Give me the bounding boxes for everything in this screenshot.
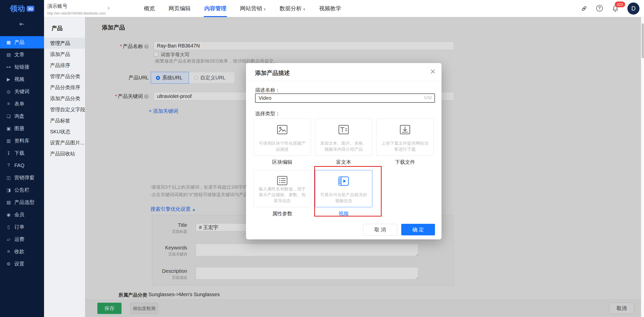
help-icon[interactable]: ? [596,5,603,12]
articles-icon: ▤ [6,52,12,58]
type-cell-video: 可展示与当前产品相关的视频信息 视频 [315,170,372,217]
block-editor-label: 区块编辑 [254,159,311,166]
modal-cancel-button[interactable]: 取 消 [363,224,397,235]
bell-icon[interactable]: 422 [612,5,619,12]
notification-badge: 422 [615,2,625,7]
richtext-icon [338,124,350,135]
sidebar-item-forms[interactable]: ≡表单 [0,98,44,110]
download-file-card[interactable]: 上传下载文件提供网站访客进行下载 [376,119,434,156]
sidebar-item-albums[interactable]: ▣图册 [0,122,44,135]
block-editor-card[interactable]: 可使用区块个性化搭建产品描述 [254,119,311,156]
submenu-item-category-sort[interactable]: 产品分类排序 [44,82,85,93]
sidebar-item-keywords[interactable]: ◎关键词 [0,85,44,98]
announcement-icon: ◨ [6,187,12,193]
sidebar-item-faq[interactable]: ?FAQ [0,159,44,172]
attributes-icon [276,175,288,186]
submenu-item-sku-status[interactable]: SKU状态 [44,126,85,137]
description-name-input[interactable] [255,93,435,103]
modal-confirm-button[interactable]: 确 定 [401,224,435,235]
richtext-card[interactable]: 添加文本、图片、表格、视频等内容介绍产品 [315,119,372,156]
sidebar-list: ▦产品 ▤文章 ⊶短链接 ▶视频 ◎关键词 ≡表单 ❏询盘 ▣图册 ▥资料库 ↧… [0,36,44,270]
link-icon[interactable] [581,5,588,12]
products-icon: ▦ [6,40,12,45]
member-icon: ◉ [6,212,12,218]
description-name-field: 5/50 [255,93,435,103]
submenu-item-manage-categories[interactable]: 管理产品分类 [44,71,85,82]
submenu-item-product-images[interactable]: 设置产品图片... [44,137,85,148]
video-card[interactable]: 可展示与当前产品相关的视频信息 [315,170,372,207]
nav-page-editor[interactable]: 网页编辑 [162,0,197,17]
submenu-item-recycle-bin[interactable]: 产品回收站 [44,148,85,159]
submenu-item-manage-products[interactable]: 管理产品 [44,38,85,49]
type-cell-download-file: 上传下载文件提供网站访客进行下载 下载文件 [376,119,434,166]
nav-content-management[interactable]: 内容管理 [197,0,233,17]
sidebar-item-products[interactable]: ▦产品 [0,36,44,48]
scrollbar[interactable] [641,17,644,317]
sidebar-item-downloads[interactable]: ↧下载 [0,147,44,159]
submenu-item-add-category[interactable]: 添加产品分类 [44,93,85,104]
gear-icon: ⚙ [6,261,12,267]
sidebar-item-announcement[interactable]: ◨公告栏 [0,184,44,196]
video-icon: ▶ [6,77,12,82]
short-link-icon: ⊶ [6,64,12,70]
submenu-item-custom-fields[interactable]: 管理自定义字段 [44,104,85,115]
app-logo: 领动 3D [0,0,44,17]
faq-icon: ? [6,163,12,168]
logo-3d-badge: 3D [27,6,34,12]
download-icon: ↧ [6,150,12,156]
download-file-label: 下载文件 [376,159,434,166]
chevron-down-icon: ∨ [263,7,266,11]
sidebar: ⇤ ▦产品 ▤文章 ⊶短链接 ▶视频 ◎关键词 ≡表单 ❏询盘 ▣图册 ▥资料库… [0,17,44,317]
library-icon: ▥ [6,138,12,144]
video-type-icon [338,175,350,187]
modal-divider [246,81,441,81]
select-type-label: 选择类型： [255,110,280,117]
logo-text: 领动 [10,4,25,14]
block-editor-icon [276,124,288,135]
sidebar-item-videos[interactable]: ▶视频 [0,73,44,85]
submenu-item-product-tags[interactable]: 产品标签 [44,115,85,126]
nav-video-tutorial[interactable]: 视频教学 [312,0,348,17]
album-icon: ▣ [6,126,12,131]
sidebar-item-members[interactable]: ◉会员 [0,208,44,221]
nav-data-analysis[interactable]: 数据分析∨ [273,0,312,17]
submenu-item-product-sort[interactable]: 产品排序 [44,60,85,71]
sidebar-item-inquiries[interactable]: ❏询盘 [0,110,44,122]
popup-icon: ◫ [6,175,12,181]
attributes-card[interactable]: 输入属性名和数值，用于展示产品规格、参数、包装等信息 [254,170,311,207]
submenu-item-add-product[interactable]: 添加产品 [44,49,85,60]
inquiry-icon: ❏ [6,114,12,119]
type-cell-block-editor: 可使用区块个性化搭建产品描述 区块编辑 [254,119,311,166]
submenu-title: 产品 [44,17,85,38]
sidebar-item-settings[interactable]: ⚙设置 [0,258,44,270]
attributes-label: 属性参数 [254,210,311,217]
sidebar-item-marketing-popup[interactable]: ◫营销弹窗 [0,172,44,184]
sidebar-item-product-selection[interactable]: ▧产品选型 [0,196,44,208]
char-counter: 5/50 [424,96,432,100]
product-selection-icon: ▧ [6,200,12,205]
scrollbar-thumb[interactable] [642,23,644,58]
topbar-actions: ? 422 D [581,0,639,17]
keywords-icon: ◎ [6,89,12,94]
collapse-sidebar-icon[interactable]: ⇤ [0,17,44,31]
sidebar-item-payment[interactable]: ¤收款 [0,245,44,258]
sidebar-item-short-links[interactable]: ⊶短链接 [0,61,44,73]
sidebar-item-shipping[interactable]: ▱运费 [0,233,44,245]
nav-overview[interactable]: 概览 [137,0,162,17]
avatar[interactable]: D [627,3,639,15]
sidebar-item-library[interactable]: ▥资料库 [0,135,44,147]
video-type-label: 视频 [315,210,372,217]
payment-icon: ¤ [6,249,12,254]
richtext-label: 富文本 [315,159,372,166]
account-switcher[interactable]: 演示账号 http://en-site39784589.ldwebsite.co… [45,0,109,17]
account-url: http://en-site39784589.ldwebsite.com [47,11,109,15]
product-submenu: 产品 管理产品 添加产品 产品排序 管理产品分类 产品分类排序 添加产品分类 管… [44,17,85,317]
order-icon: ▯ [6,224,12,230]
sidebar-item-orders[interactable]: ▯订单 [0,221,44,233]
main-nav: 概览 网页编辑 内容管理 网站营销∨ 数据分析∨ 视频教学 [137,0,348,17]
type-cell-richtext: 添加文本、图片、表格、视频等内容介绍产品 富文本 [315,119,372,166]
nav-site-marketing[interactable]: 网站营销∨ [233,0,273,17]
sidebar-item-articles[interactable]: ▤文章 [0,48,44,61]
screen: 领动 3D 演示账号 http://en-site39784589.ldwebs… [0,0,644,317]
close-icon[interactable]: × [430,66,435,77]
